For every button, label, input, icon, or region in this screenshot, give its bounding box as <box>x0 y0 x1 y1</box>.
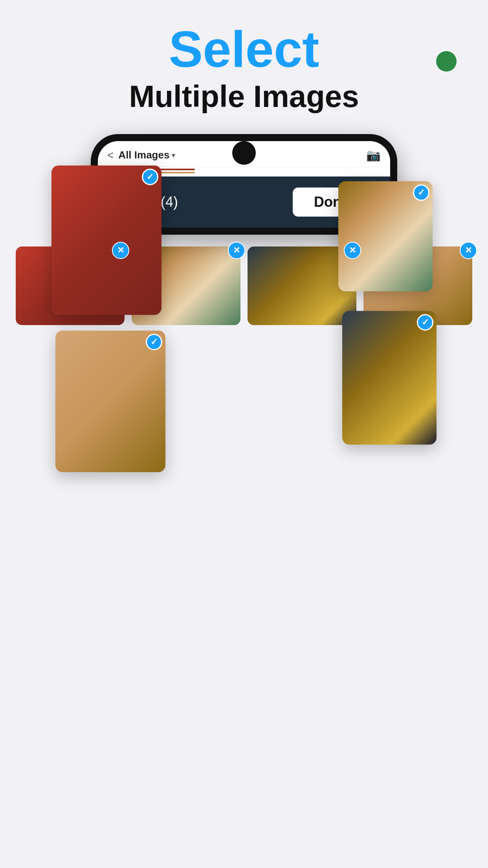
remove-thumb-3[interactable]: ✕ <box>344 242 361 259</box>
check-badge-1: ✓ <box>142 169 158 185</box>
camera-icon[interactable]: 📷 <box>366 148 381 162</box>
remove-thumb-1[interactable]: ✕ <box>112 242 129 259</box>
check-badge-2: ✓ <box>146 334 162 350</box>
check-badge-3: ✓ <box>413 184 429 201</box>
page-title: Select <box>0 24 488 75</box>
phone-mockup: ✓ ✓ ✓ ✓ < All Images ▾ 📷 <box>91 134 397 235</box>
decorative-dot-green <box>436 51 457 72</box>
check-badge-4: ✓ <box>417 314 433 331</box>
floating-image-straw: ✓ <box>55 331 165 472</box>
dropdown-arrow-icon[interactable]: ▾ <box>172 151 175 160</box>
floating-image-paris: ✓ <box>342 311 437 445</box>
phone-notch <box>232 141 256 165</box>
album-title: All Images <box>118 149 169 161</box>
page-subtitle: Multiple Images <box>0 79 488 114</box>
floating-image-butterfly: ✓ <box>338 181 433 291</box>
back-button[interactable]: < <box>107 149 114 162</box>
floating-image-woman: ✓ <box>51 166 161 315</box>
remove-thumb-4[interactable]: ✕ <box>460 242 477 259</box>
remove-thumb-2[interactable]: ✕ <box>228 242 245 259</box>
header-section: Select Multiple Images <box>0 0 488 114</box>
